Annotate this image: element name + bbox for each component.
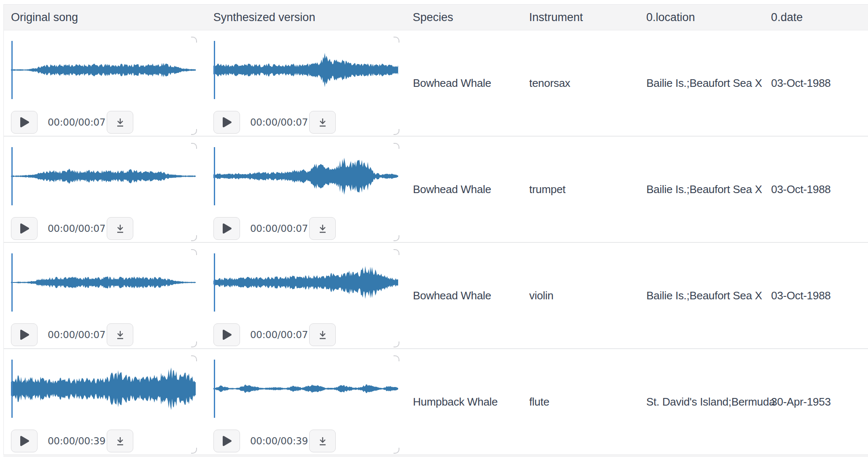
waveform-synthesized[interactable]: [213, 36, 398, 104]
date-cell: 03-Oct-1988: [767, 243, 868, 348]
header-date: 0.date: [767, 11, 868, 24]
corner-mark-icon: [394, 143, 399, 149]
waveform-original[interactable]: [11, 355, 196, 422]
play-button[interactable]: [213, 217, 240, 240]
audio-controls: 00:00/00:07: [213, 111, 398, 134]
download-button[interactable]: [309, 217, 336, 240]
resize-handle-icon: [191, 235, 197, 241]
table-body: 00:00/00:07 00:00/: [4, 30, 868, 455]
play-button[interactable]: [11, 430, 38, 452]
corner-mark-icon: [191, 37, 197, 43]
next-section-edge: [3, 455, 868, 457]
location-cell: Bailie Is.;Beaufort Sea X: [642, 137, 767, 242]
play-button[interactable]: [213, 323, 240, 346]
playback-cursor: [214, 253, 215, 312]
corner-mark-icon: [394, 37, 399, 43]
play-button[interactable]: [11, 111, 38, 134]
species-cell: Bowhead Whale: [409, 30, 525, 136]
corner-mark-icon: [191, 143, 197, 149]
audio-controls: 00:00/00:39: [213, 430, 398, 452]
corner-mark-icon: [394, 355, 399, 361]
corner-mark-icon: [394, 249, 399, 255]
download-icon: [316, 435, 329, 447]
download-icon: [114, 435, 127, 447]
playback-cursor: [214, 147, 215, 205]
download-icon: [114, 222, 127, 235]
audio-player-synthesized: 00:00/00:07: [213, 249, 398, 346]
play-icon: [222, 329, 232, 340]
resize-handle-icon: [394, 448, 399, 454]
download-button[interactable]: [107, 323, 133, 346]
table-row: 00:00/00:39 00:00/: [4, 349, 868, 455]
play-button[interactable]: [11, 323, 38, 346]
playback-cursor: [11, 41, 13, 99]
table-row: 00:00/00:07 00:00/: [4, 30, 868, 137]
species-cell: Bowhead Whale: [409, 243, 525, 348]
play-icon: [19, 117, 30, 128]
dataset-table: Original song Synthesized version Specie…: [3, 4, 868, 455]
audio-controls: 00:00/00:07: [11, 217, 196, 240]
location-cell: Bailie Is.;Beaufort Sea X: [642, 243, 767, 348]
download-icon: [316, 116, 329, 129]
play-button[interactable]: [213, 111, 240, 134]
waveform-synthesized[interactable]: [213, 142, 398, 210]
date-cell: 03-Oct-1988: [767, 30, 868, 136]
date-cell: 03-Oct-1988: [767, 137, 868, 242]
download-icon: [114, 328, 127, 341]
waveform-original[interactable]: [11, 249, 196, 316]
audio-player-synthesized: 00:00/00:39: [213, 355, 398, 452]
time-display: 00:00/00:39: [48, 435, 105, 446]
audio-player-original: 00:00/00:07: [11, 249, 196, 346]
play-button[interactable]: [213, 430, 240, 452]
header-original-song: Original song: [4, 11, 206, 24]
download-button[interactable]: [309, 323, 336, 346]
play-icon: [19, 435, 30, 446]
date-cell: 30-Apr-1953: [767, 349, 868, 454]
waveform-synthesized[interactable]: [213, 355, 398, 422]
corner-mark-icon: [191, 249, 197, 255]
playback-cursor: [214, 41, 215, 99]
download-button[interactable]: [107, 217, 133, 240]
resize-handle-icon: [394, 129, 399, 135]
download-icon: [114, 116, 127, 129]
time-display: 00:00/00:07: [48, 223, 105, 234]
time-display: 00:00/00:07: [250, 329, 308, 340]
resize-handle-icon: [394, 235, 399, 241]
instrument-cell: violin: [525, 243, 642, 348]
time-display: 00:00/00:07: [48, 117, 105, 128]
download-button[interactable]: [309, 430, 336, 452]
audio-controls: 00:00/00:39: [11, 430, 196, 452]
header-location: 0.location: [642, 11, 767, 24]
audio-player-original: 00:00/00:07: [11, 142, 196, 240]
waveform-synthesized[interactable]: [213, 249, 398, 316]
audio-player-original: 00:00/00:07: [11, 36, 196, 134]
time-display: 00:00/00:07: [250, 117, 308, 128]
play-icon: [222, 117, 232, 128]
location-cell: Bailie Is.;Beaufort Sea X: [642, 30, 767, 136]
table-row: 00:00/00:07 00:00/: [4, 137, 868, 243]
download-icon: [316, 328, 329, 341]
play-icon: [19, 223, 30, 234]
download-button[interactable]: [309, 111, 336, 134]
audio-controls: 00:00/00:07: [11, 111, 196, 134]
instrument-cell: tenorsax: [525, 30, 642, 136]
location-cell: St. David's Island;Bermuda: [642, 349, 767, 454]
species-cell: Humpback Whale: [409, 349, 525, 454]
instrument-cell: flute: [525, 349, 642, 454]
waveform-original[interactable]: [11, 36, 196, 104]
play-icon: [222, 435, 232, 446]
audio-controls: 00:00/00:07: [213, 217, 398, 240]
resize-handle-icon: [191, 448, 197, 454]
species-cell: Bowhead Whale: [409, 137, 525, 242]
play-button[interactable]: [11, 217, 38, 240]
time-display: 00:00/00:07: [250, 223, 308, 234]
download-button[interactable]: [107, 111, 133, 134]
audio-player-synthesized: 00:00/00:07: [213, 36, 398, 134]
resize-handle-icon: [191, 341, 197, 347]
instrument-cell: trumpet: [525, 137, 642, 242]
header-synthesized-version: Synthesized version: [206, 11, 409, 24]
audio-controls: 00:00/00:07: [213, 323, 398, 346]
resize-handle-icon: [394, 341, 399, 347]
download-button[interactable]: [107, 430, 133, 452]
waveform-original[interactable]: [11, 142, 196, 210]
